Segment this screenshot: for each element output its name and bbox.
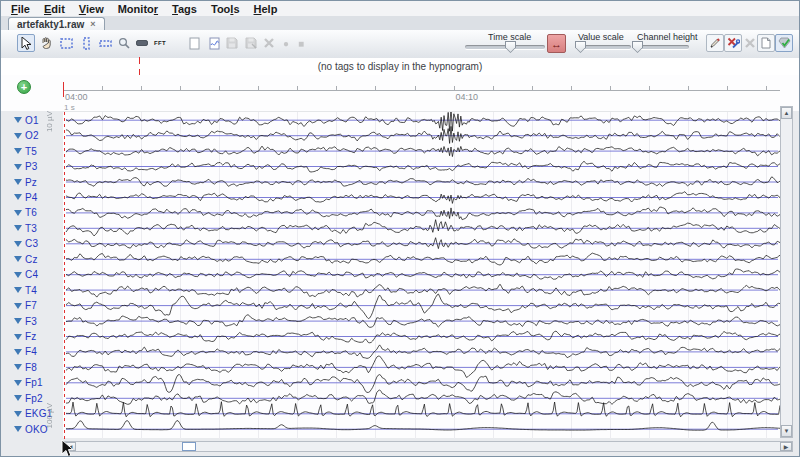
- signal-canvas[interactable]: [63, 111, 780, 438]
- channel-label-fp1[interactable]: Fp1: [14, 377, 43, 389]
- axis-tick: [493, 86, 494, 90]
- channel-name: F8: [25, 362, 37, 373]
- select-column-tool-button[interactable]: [77, 34, 95, 52]
- save-button[interactable]: [223, 34, 241, 52]
- channel-expand-icon[interactable]: [14, 395, 22, 401]
- tab-bar: artefakty1.raw ×: [1, 16, 799, 31]
- tab-artefakty1[interactable]: artefakty1.raw ×: [8, 17, 105, 30]
- axis-tick: [454, 86, 455, 90]
- menu-file[interactable]: File: [4, 2, 37, 16]
- zoom-tool-button[interactable]: [115, 34, 133, 52]
- menu-tags[interactable]: Tags: [165, 2, 204, 16]
- time-axis-line: [63, 90, 780, 91]
- trace-t4: [66, 284, 780, 297]
- menu-help[interactable]: Help: [247, 2, 285, 16]
- channel-expand-icon[interactable]: [14, 210, 22, 216]
- scroll-right-button[interactable]: ▶: [780, 442, 792, 451]
- trace-c3: [66, 238, 780, 249]
- app-window: FileEditViewMonitorTagsToolsHelp artefak…: [0, 0, 800, 457]
- channel-expand-icon[interactable]: [14, 287, 22, 293]
- channel-label-fz[interactable]: Fz: [14, 331, 37, 343]
- pointer-tool-button[interactable]: [17, 34, 35, 52]
- select-column-icon: [83, 37, 90, 50]
- blank-page-button[interactable]: [185, 34, 203, 52]
- channel-label-p4[interactable]: P4: [14, 191, 38, 203]
- channel-label-p3[interactable]: P3: [14, 161, 38, 173]
- channel-label-cz[interactable]: Cz: [14, 253, 38, 265]
- menu-view[interactable]: View: [72, 2, 111, 16]
- close-document-button[interactable]: [260, 34, 278, 52]
- record-button[interactable]: ●: [279, 34, 293, 52]
- channel-expand-icon[interactable]: [14, 272, 22, 278]
- channel-label-pz[interactable]: Pz: [14, 176, 37, 188]
- channel-label-f3[interactable]: F3: [14, 315, 37, 327]
- channel-expand-icon[interactable]: [14, 225, 22, 231]
- channel-expand-icon[interactable]: [14, 194, 22, 200]
- channel-label-t4[interactable]: T4: [14, 284, 37, 296]
- channel-name: Cz: [25, 254, 38, 265]
- channel-name: T4: [25, 285, 37, 296]
- channel-label-f4[interactable]: F4: [14, 346, 37, 358]
- axis-tick: [571, 86, 572, 90]
- channel-expand-icon[interactable]: [14, 179, 22, 185]
- menu-tools[interactable]: Tools: [204, 2, 247, 16]
- measure-tool-button[interactable]: [133, 34, 151, 52]
- channel-expand-icon[interactable]: [14, 334, 22, 340]
- trace-f8: [66, 356, 780, 377]
- channel-expand-icon[interactable]: [14, 411, 22, 417]
- channel-label-o1[interactable]: O1: [14, 114, 39, 126]
- tab-close-icon[interactable]: ×: [90, 20, 95, 29]
- tag-document-button[interactable]: [757, 34, 775, 52]
- selection-start-line: [64, 112, 65, 439]
- fit-time-button[interactable]: ↔: [547, 34, 566, 53]
- horizontal-scrollbar-thumb[interactable]: [182, 442, 196, 451]
- snap-to-page-button[interactable]: [775, 34, 793, 52]
- channel-label-o2[interactable]: O2: [14, 130, 39, 142]
- channel-expand-icon[interactable]: [14, 426, 22, 432]
- trace-fz: [66, 331, 780, 343]
- channel-expand-icon[interactable]: [14, 117, 22, 123]
- select-row-tool-button[interactable]: [96, 34, 114, 52]
- channel-expand-icon[interactable]: [14, 380, 22, 386]
- page-preview-button[interactable]: [205, 34, 223, 52]
- up-arrow-icon: ▲: [784, 110, 790, 116]
- channel-label-f7[interactable]: F7: [14, 300, 37, 312]
- edit-tag-button[interactable]: [706, 34, 724, 52]
- channel-expand-icon[interactable]: [14, 256, 22, 262]
- channel-label-fp2[interactable]: Fp2: [14, 392, 43, 404]
- channel-label-c3[interactable]: C3: [14, 238, 38, 250]
- channel-name: O2: [25, 130, 39, 141]
- save-as-button[interactable]: [242, 34, 260, 52]
- vertical-scrollbar[interactable]: ▲ ▼: [780, 106, 793, 438]
- channel-height-slider-thumb[interactable]: [632, 41, 643, 53]
- channel-expand-icon[interactable]: [14, 241, 22, 247]
- hand-tool-button[interactable]: [37, 34, 55, 52]
- channel-label-f8[interactable]: F8: [14, 361, 37, 373]
- channel-label-c4[interactable]: C4: [14, 269, 38, 281]
- channel-label-oko[interactable]: OKO: [14, 423, 48, 435]
- time-scale-slider-thumb[interactable]: [505, 41, 516, 53]
- channel-expand-icon[interactable]: [14, 349, 22, 355]
- add-channel-button[interactable]: +: [17, 80, 31, 94]
- channel-name: T5: [25, 146, 37, 157]
- stop-button[interactable]: ■: [294, 34, 308, 52]
- scroll-down-button[interactable]: ▼: [781, 425, 792, 437]
- channel-expand-icon[interactable]: [14, 148, 22, 154]
- channel-expand-icon[interactable]: [14, 364, 22, 370]
- channel-label-t3[interactable]: T3: [14, 222, 37, 234]
- select-region-tool-button[interactable]: [57, 34, 75, 52]
- fft-tool-button[interactable]: FFT: [151, 34, 169, 52]
- menu-monitor[interactable]: Monitor: [111, 2, 165, 16]
- hypnogram-position-marker: [139, 57, 140, 64]
- tag-tools-button[interactable]: [724, 34, 742, 52]
- channel-expand-icon[interactable]: [14, 303, 22, 309]
- channel-label-t5[interactable]: T5: [14, 145, 37, 157]
- channel-label-t6[interactable]: T6: [14, 207, 37, 219]
- value-scale-slider-thumb[interactable]: [575, 41, 586, 53]
- menu-edit[interactable]: Edit: [37, 2, 72, 16]
- channel-expand-icon[interactable]: [14, 133, 22, 139]
- channel-expand-icon[interactable]: [14, 164, 22, 170]
- horizontal-scrollbar[interactable]: ◀ ▶: [63, 441, 793, 452]
- scroll-up-button[interactable]: ▲: [781, 107, 792, 119]
- channel-expand-icon[interactable]: [14, 318, 22, 324]
